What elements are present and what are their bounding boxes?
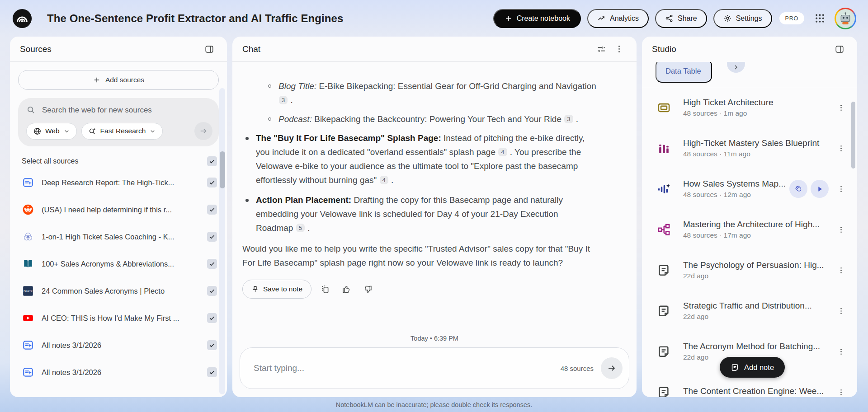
chevron-down-icon [149,128,156,135]
plus-icon [504,14,513,23]
robot-avatar-image [837,10,854,27]
chat-input-box: 48 sources [240,347,629,389]
studio-item-menu-icon[interactable] [833,222,849,238]
source-title: (USA) I need help determining if this r.… [42,206,207,214]
chat-bullet: Blog Title: E-Bike Bikepacking: Essentia… [242,79,598,107]
save-to-note-button[interactable]: Save to note [242,280,311,299]
source-checkbox[interactable] [207,205,217,215]
studio-item-menu-icon[interactable] [833,344,849,360]
source-row[interactable]: Deep Research Report: The High-Tick... [18,169,219,196]
studio-output-row[interactable]: The Psychology of Persuasion: Hig... 22d… [642,250,857,290]
studio-item-menu-icon[interactable] [833,100,849,116]
add-note-button[interactable]: Add note [720,357,785,378]
flow-magenta-icon [656,221,672,238]
source-row[interactable]: All notes 3/1/2026 [18,359,219,386]
share-button[interactable]: Share [655,9,707,28]
chat-timestamp: Today • 6:39 PM [232,335,637,342]
chat-paragraph: Would you like me to help you write the … [242,242,598,270]
source-row[interactable]: 1-on-1 High Ticket Sales Coaching - K... [18,223,219,250]
studio-item-menu-icon[interactable] [833,384,849,398]
source-checkbox[interactable] [207,367,217,377]
source-row[interactable]: PLECTO 24 Common Sales Acronyms | Plecto [18,277,219,304]
studio-output-row[interactable]: Mastering the Architecture of High... 48… [642,209,857,250]
note-blue-icon [22,177,34,189]
copy-icon[interactable] [318,282,333,297]
studio-item-title: High Ticket Architecture [683,98,833,108]
studio-item-menu-icon[interactable] [833,181,849,197]
source-row[interactable]: AI CEO: THIS is How I'd Make My First ..… [18,304,219,332]
studio-output-row[interactable]: High-Ticket Mastery Sales Blueprint 48 s… [642,128,857,169]
apps-grid-icon[interactable] [814,13,826,24]
source-row[interactable]: (USA) I need help determining if this r.… [18,196,219,223]
studio-output-row[interactable]: How Sales Systems Map... 48 sources · 12… [642,169,857,209]
source-checkbox[interactable] [207,340,217,350]
studio-scrollbar-thumb[interactable] [851,102,855,169]
source-checkbox[interactable] [207,178,217,187]
table-gold-icon [656,99,672,116]
notebook-title[interactable]: The One-Sentence Profit Extractor and AI… [47,12,344,25]
studio-item-menu-icon[interactable] [833,140,849,156]
source-checkbox[interactable] [207,313,217,323]
search-submit-button[interactable] [194,122,212,140]
bullet-marker [268,84,271,88]
source-row[interactable]: All notes 3/1/2026 [18,332,219,359]
chat-panel-title: Chat [242,44,260,54]
note-icon [731,363,739,372]
gear-icon [723,14,732,23]
studio-item-meta: 48 sources · 11m ago [683,150,833,158]
analytics-button[interactable]: Analytics [587,9,649,28]
source-title: All notes 3/1/2026 [42,368,207,377]
source-checkbox[interactable] [207,259,217,269]
chat-text-segment: . [288,95,293,105]
citation-badge[interactable]: 3 [279,96,288,104]
citation-badge[interactable]: 4 [380,176,388,184]
citation-badge[interactable]: 4 [498,148,507,156]
studio-item-menu-icon[interactable] [833,303,849,319]
chat-input[interactable] [254,363,561,373]
bullet-marker [268,117,271,121]
citation-badge[interactable]: 3 [564,115,573,123]
select-all-checkbox[interactable] [207,156,217,166]
chat-bullet: Action Plan Placement: Drafting the copy… [242,193,598,235]
note-dark-icon [656,343,672,360]
source-title: All notes 3/1/2026 [42,341,207,350]
research-mode-dropdown[interactable]: Fast Research [81,123,163,140]
chat-more-menu-icon[interactable] [612,42,627,56]
chat-bullet: The "Buy It For Life Basecamp" Splash Pa… [242,131,598,187]
sources-scrollbar-track[interactable] [219,88,225,394]
expand-studio-panel-icon[interactable] [832,42,847,57]
thumbs-up-icon[interactable] [339,282,354,297]
sources-scrollbar-thumb[interactable] [220,151,225,188]
citation-badge[interactable]: 5 [296,224,305,232]
pro-badge: PRO [779,12,805,24]
user-avatar[interactable] [835,8,856,29]
note-blue-icon [22,339,34,351]
chip-scroll-right-button[interactable] [727,62,745,73]
search-web-input[interactable] [42,106,212,115]
studio-item-meta: 22d ago [683,272,833,280]
source-row[interactable]: 100+ Sales Acronyms & Abbreviations... [18,250,219,277]
studio-item-meta: 48 sources · 12m ago [683,191,789,199]
collapse-sources-panel-icon[interactable] [202,42,217,57]
create-notebook-button[interactable]: Create notebook [493,9,581,28]
web-source-type-dropdown[interactable]: Web [26,123,77,140]
studio-output-row[interactable]: Strategic Traffic and Distribution... 22… [642,290,857,331]
interactive-mode-button[interactable] [789,180,807,198]
thumbs-down-icon[interactable] [360,282,375,297]
data-table-chip[interactable]: Data Table [656,62,712,83]
add-sources-button[interactable]: Add sources [18,70,219,90]
chat-settings-tune-icon[interactable] [594,42,609,57]
notebooklm-logo-icon[interactable] [12,8,33,29]
source-title: Deep Research Report: The High-Tick... [42,178,207,187]
play-audio-button[interactable] [811,180,829,198]
studio-output-row[interactable]: High Ticket Architecture 48 sources · 1m… [642,87,857,128]
settings-button[interactable]: Settings [713,9,772,28]
studio-panel-title: Studio [652,44,676,54]
source-checkbox[interactable] [207,232,217,242]
svg-text:PLECTO: PLECTO [24,290,33,292]
source-checkbox[interactable] [207,286,217,296]
studio-item-menu-icon[interactable] [833,262,849,278]
share-icon [665,14,674,23]
send-message-button[interactable] [601,357,623,379]
bullet-marker [245,137,249,140]
